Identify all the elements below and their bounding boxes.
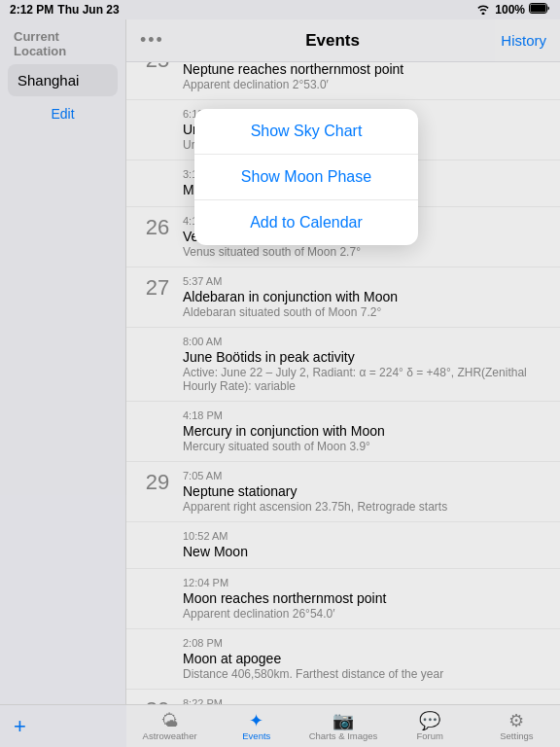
context-menu-item-1[interactable]: Show Moon Phase (194, 155, 418, 200)
context-menu-item-0[interactable]: Show Sky Chart (194, 109, 418, 155)
context-menu-item-2[interactable]: Add to Calendar (194, 200, 418, 245)
context-menu: Show Sky ChartShow Moon PhaseAdd to Cale… (194, 109, 418, 245)
